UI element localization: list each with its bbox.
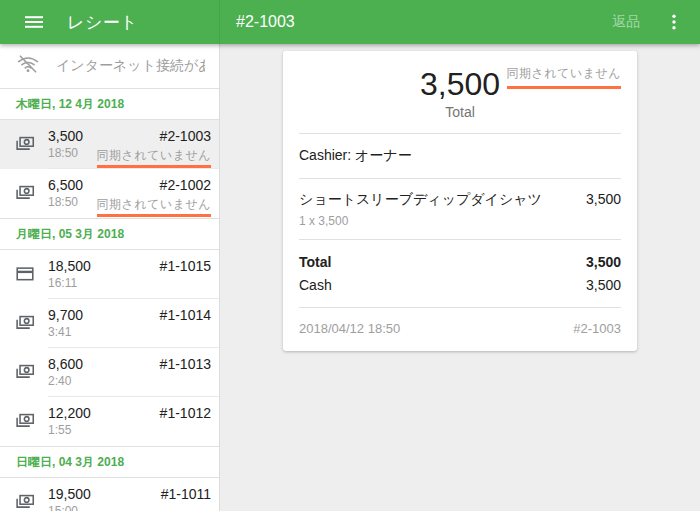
refund-button[interactable]: 返品 bbox=[612, 13, 640, 31]
detail-header: #2-1003 返品 bbox=[220, 0, 700, 44]
date-group-header: 日曜日, 04 3月 2018 bbox=[0, 446, 219, 478]
summary-value: 3,500 bbox=[586, 254, 621, 270]
date-group-header: 木曜日, 12 4月 2018 bbox=[0, 88, 219, 120]
overflow-menu-icon[interactable] bbox=[660, 8, 688, 36]
receipt-time: 18:50 bbox=[48, 194, 83, 211]
cash-icon bbox=[14, 478, 48, 511]
receipt-number: #1-1011 bbox=[161, 485, 211, 503]
app-header: レシート #2-1003 返品 bbox=[0, 0, 700, 44]
receipt-list-item[interactable]: 12,200 1:55 #1-1012 bbox=[0, 397, 219, 446]
cash-icon bbox=[14, 169, 48, 218]
receipt-total-label: Total bbox=[299, 104, 621, 120]
sync-status-text: 同期されていません bbox=[507, 65, 621, 89]
line-item-qty: 1 x 3,500 bbox=[299, 214, 621, 228]
receipt-number: #1-1014 bbox=[160, 306, 211, 324]
pos-receipts-app: レシート #2-1003 返品 bbox=[0, 0, 700, 511]
receipt-amount: 8,600 bbox=[48, 355, 83, 373]
receipt-group: 木曜日, 12 4月 2018 3,500 18:50 #2-10 bbox=[0, 88, 219, 218]
sync-status-badge: 同期されていません bbox=[97, 197, 211, 217]
receipt-total-section: 同期されていません 3,500 Total bbox=[283, 51, 637, 133]
line-item-price: 3,500 bbox=[586, 191, 621, 209]
receipt-summary: Total 3,500 Cash 3,500 bbox=[283, 240, 637, 307]
cash-icon bbox=[14, 397, 48, 446]
receipt-time: 15:00 bbox=[48, 503, 91, 511]
receipt-list-item[interactable]: 6,500 18:50 #2-1002 同期されていません bbox=[0, 169, 219, 218]
offline-warning-banner: インターネット接続がありま… bbox=[0, 44, 219, 88]
content-area: インターネット接続がありま… 木曜日, 12 4月 2018 3,500 18:… bbox=[0, 44, 700, 511]
receipt-time: 2:40 bbox=[48, 373, 83, 390]
receipt-time: 18:50 bbox=[48, 145, 83, 162]
receipt-card: 同期されていません 3,500 Total Cashier: オーナー ショート… bbox=[283, 51, 637, 351]
receipt-number: #2-1003 bbox=[97, 127, 211, 145]
offline-warning-text: インターネット接続がありま… bbox=[56, 57, 205, 75]
menu-icon[interactable] bbox=[20, 8, 48, 36]
summary-value: 3,500 bbox=[586, 277, 621, 293]
receipt-amount: 3,500 bbox=[48, 127, 83, 145]
receipt-number: #1-1012 bbox=[160, 404, 211, 422]
receipt-amount: 19,500 bbox=[48, 485, 91, 503]
receipt-list-sidebar[interactable]: インターネット接続がありま… 木曜日, 12 4月 2018 3,500 18:… bbox=[0, 44, 220, 511]
line-item-name: ショートスリーブディップダイシャツ bbox=[299, 191, 542, 209]
summary-label: Cash bbox=[299, 277, 332, 293]
cash-icon bbox=[14, 299, 48, 348]
receipt-group: 月曜日, 05 3月 2018 18,500 16:11 #1-1 bbox=[0, 218, 219, 446]
sidebar-header: レシート bbox=[0, 0, 220, 44]
receipt-amount: 6,500 bbox=[48, 176, 83, 194]
receipt-list-item[interactable]: 3,500 18:50 #2-1003 同期されていません bbox=[0, 120, 219, 169]
sync-status-badge: 同期されていません bbox=[507, 63, 621, 89]
page-title: レシート bbox=[67, 11, 138, 34]
date-group-header: 月曜日, 05 3月 2018 bbox=[0, 218, 219, 250]
receipt-line-item: ショートスリーブディップダイシャツ 3,500 1 x 3,500 bbox=[283, 179, 637, 239]
receipt-group: 日曜日, 04 3月 2018 19,500 15:00 #1-1 bbox=[0, 446, 219, 511]
receipt-detail-title: #2-1003 bbox=[236, 13, 295, 31]
receipt-time: 3:41 bbox=[48, 324, 83, 341]
receipt-list-item[interactable]: 18,500 16:11 #1-1015 bbox=[0, 250, 219, 299]
summary-label: Total bbox=[299, 254, 331, 270]
receipt-time: 16:11 bbox=[48, 275, 91, 292]
receipt-list-item[interactable]: 19,500 15:00 #1-1011 bbox=[0, 478, 219, 511]
receipt-amount: 9,700 bbox=[48, 306, 83, 324]
receipt-footer-number: #2-1003 bbox=[573, 321, 621, 336]
cash-icon bbox=[14, 120, 48, 169]
credit-card-icon bbox=[14, 250, 48, 299]
receipt-number: #1-1013 bbox=[160, 355, 211, 373]
cash-icon bbox=[14, 348, 48, 397]
receipt-datetime: 2018/04/12 18:50 bbox=[299, 321, 400, 336]
cashier-line: Cashier: オーナー bbox=[283, 134, 637, 178]
receipt-footer: 2018/04/12 18:50 #2-1003 bbox=[283, 308, 637, 351]
sync-status-badge: 同期されていません bbox=[97, 148, 211, 168]
receipt-number: #1-1015 bbox=[160, 257, 211, 275]
wifi-off-icon bbox=[16, 52, 40, 80]
receipt-list-item[interactable]: 9,700 3:41 #1-1014 bbox=[0, 299, 219, 348]
receipt-amount: 12,200 bbox=[48, 404, 91, 422]
receipt-list-item[interactable]: 8,600 2:40 #1-1013 bbox=[0, 348, 219, 397]
receipt-time: 1:55 bbox=[48, 422, 91, 439]
receipt-amount: 18,500 bbox=[48, 257, 91, 275]
receipt-number: #2-1002 bbox=[97, 176, 211, 194]
receipt-detail-panel: 同期されていません 3,500 Total Cashier: オーナー ショート… bbox=[220, 44, 700, 511]
